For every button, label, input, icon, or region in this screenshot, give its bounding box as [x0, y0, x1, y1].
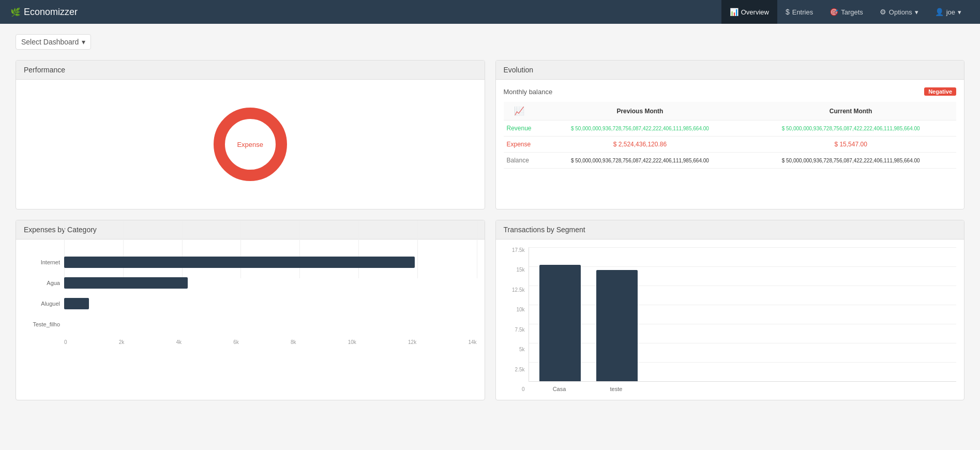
options-icon: ⚙ [880, 8, 886, 16]
nav-item-targets[interactable]: 🎯 Targets [821, 0, 871, 24]
revenue-current-value: $ 50,000,000,936,728,756,087,422,222,406… [745, 121, 956, 137]
donut-center-label: Expense [237, 141, 263, 148]
x-tick-6k: 6k [233, 339, 239, 345]
brand-name: Economizzer [24, 7, 78, 18]
transactions-segment-body: 17.5k 15k 12.5k 10k 7.5k 5k 2.5k 0 [496, 239, 964, 400]
y-tick-17500: 17.5k [504, 247, 525, 253]
brand-icon: 🌿 [10, 7, 21, 17]
hbar-label-teste-filho: Teste_filho [24, 321, 60, 327]
nav-label-overview: Overview [741, 8, 769, 16]
evolution-card: Evolution Monthly balance Negative 📈 Pre… [495, 60, 965, 209]
x-tick-0: 0 [64, 339, 67, 345]
table-row-balance: Balance $ 50,000,000,936,728,756,087,422… [504, 153, 957, 169]
hbar-label-aluguel: Aluguel [24, 301, 60, 307]
hbar-row-internet: Internet [24, 257, 477, 268]
vbar-fill-teste [596, 270, 638, 381]
nav-item-overview[interactable]: 📊 Overview [721, 0, 777, 24]
balance-current-value: $ 50,000,000,936,728,756,087,422,222,406… [745, 153, 956, 169]
transactions-segment-header: Transactions by Segment [496, 220, 964, 239]
evolution-card-header: Evolution [496, 61, 964, 80]
user-chevron-icon: ▾ [958, 8, 961, 16]
nav-label-entries: Entries [792, 8, 813, 16]
transactions-segment-title: Transactions by Segment [504, 226, 585, 234]
hbar-track-aluguel [64, 298, 477, 309]
evolution-header: Monthly balance Negative [504, 87, 957, 96]
nav-links: 📊 Overview $ Entries 🎯 Targets ⚙ Options… [721, 0, 970, 24]
hbar-fill-internet [64, 257, 415, 268]
expenses-category-card: Expenses by Category [16, 220, 485, 400]
revenue-previous-value: $ 50,000,000,936,728,756,087,422,222,406… [535, 121, 746, 137]
hbar-row-aluguel: Aluguel [24, 298, 477, 309]
x-tick-14k: 14k [468, 339, 476, 345]
donut-container: Expense [24, 87, 477, 201]
y-tick-5000: 5k [504, 347, 525, 352]
hbar-row-agua: Agua [24, 277, 477, 289]
vbar-fill-casa [539, 265, 581, 381]
vbar-label-casa: Casa [539, 386, 580, 392]
nav-item-user[interactable]: 👤 joe ▾ [927, 0, 970, 24]
expenses-category-header: Expenses by Category [16, 220, 485, 239]
dashboard-grid: Performance Expense Evoluti [16, 60, 964, 400]
vbar-col-teste [596, 247, 638, 381]
brand: 🌿 Economizzer [10, 7, 78, 18]
hbar-track-internet [64, 257, 477, 268]
donut-chart: Expense [209, 103, 292, 186]
hbar-label-internet: Internet [24, 259, 60, 265]
nav-item-entries[interactable]: $ Entries [777, 0, 821, 24]
y-tick-7500: 7.5k [504, 327, 525, 333]
y-tick-15000: 15k [504, 267, 525, 273]
x-tick-4k: 4k [176, 339, 182, 345]
nav-label-user: joe [946, 8, 955, 16]
performance-card-header: Performance [16, 61, 485, 80]
hbar-x-axis: 0 2k 4k 6k 8k 10k 12k 14k [64, 339, 477, 345]
nav-item-options[interactable]: ⚙ Options ▾ [871, 0, 927, 24]
table-header-previous-month: Previous Month [535, 102, 746, 121]
select-dashboard-label: Select Dashboard [21, 38, 79, 46]
y-tick-10000: 10k [504, 307, 525, 312]
select-dashboard-button[interactable]: Select Dashboard ▾ [16, 34, 91, 50]
table-header-current-month: Current Month [745, 102, 956, 121]
hbar-chart: Internet Agua Aluguel [24, 247, 477, 350]
targets-icon: 🎯 [830, 8, 838, 16]
hbar-fill-aluguel [64, 298, 89, 309]
evolution-card-body: Monthly balance Negative 📈 Previous Mont… [496, 80, 964, 176]
hbar-track-agua [64, 277, 477, 289]
evolution-table: 📈 Previous Month Current Month Revenue $… [504, 102, 957, 169]
revenue-label: Revenue [504, 121, 535, 137]
expenses-category-title: Expenses by Category [24, 226, 97, 234]
table-row-expense: Expense $ 2,524,436,120.86 $ 15,547.00 [504, 137, 957, 153]
hbar-row-teste-filho: Teste_filho [24, 319, 477, 330]
y-tick-2500: 2.5k [504, 367, 525, 372]
expenses-category-body: Internet Agua Aluguel [16, 239, 485, 358]
x-tick-2k: 2k [119, 339, 125, 345]
balance-label: Balance [504, 153, 535, 169]
y-tick-12500: 12.5k [504, 287, 525, 293]
monthly-balance-label: Monthly balance [504, 88, 553, 96]
hbar-label-agua: Agua [24, 280, 60, 286]
trend-icon: 📈 [514, 107, 524, 115]
vbar-label-teste: teste [596, 386, 637, 392]
select-dashboard-chevron-icon: ▾ [82, 38, 85, 46]
performance-card-body: Expense [16, 80, 485, 209]
y-tick-0: 0 [504, 386, 525, 392]
user-icon: 👤 [935, 8, 944, 16]
hbar-fill-agua [64, 277, 188, 289]
x-tick-8k: 8k [291, 339, 296, 345]
overview-icon: 📊 [730, 8, 738, 16]
entries-icon: $ [786, 8, 790, 16]
balance-previous-value: $ 50,000,000,936,728,756,087,422,222,406… [535, 153, 746, 169]
hbar-track-teste-filho [64, 319, 477, 330]
vbar-col-casa [539, 247, 581, 381]
navbar: 🌿 Economizzer 📊 Overview $ Entries 🎯 Tar… [0, 0, 980, 24]
page: Select Dashboard ▾ Performance Expense [0, 24, 980, 411]
x-tick-12k: 12k [408, 339, 416, 345]
performance-title: Performance [24, 66, 65, 74]
transactions-segment-card: Transactions by Segment 17.5k 15k 12.5k … [495, 220, 965, 400]
expense-current-value: $ 15,547.00 [745, 137, 956, 153]
vbar-chart: 17.5k 15k 12.5k 10k 7.5k 5k 2.5k 0 [504, 247, 957, 392]
table-header-icon: 📈 [504, 102, 535, 121]
expense-previous-value: $ 2,524,436,120.86 [535, 137, 746, 153]
options-chevron-icon: ▾ [915, 8, 918, 16]
x-tick-10k: 10k [348, 339, 356, 345]
nav-label-options: Options [889, 8, 912, 16]
